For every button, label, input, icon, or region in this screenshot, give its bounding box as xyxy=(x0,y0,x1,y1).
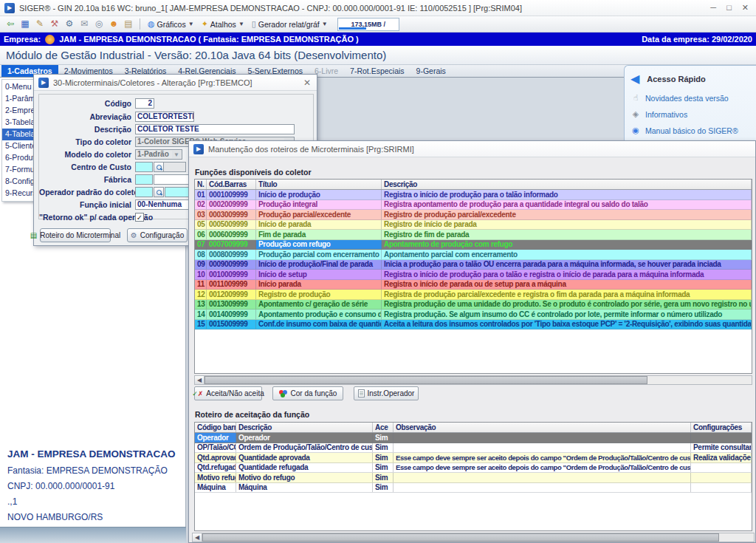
search-icon[interactable] xyxy=(154,162,164,172)
roteiros-titlebar: ▶ Manutenção dos roteiros de Microtermin… xyxy=(189,141,755,157)
function-row[interactable]: 100010009999Início de setupRegistra o in… xyxy=(195,270,752,280)
search-icon[interactable] xyxy=(154,187,164,197)
accept-row[interactable]: OP/Talão/CCOrdem de Produção/Talão/Centr… xyxy=(195,443,752,454)
function-row[interactable]: 070007009999Produção com refugoApontamen… xyxy=(195,240,752,250)
quick-link-label: Manual básico do SIGER® xyxy=(645,126,738,135)
cell-n: 11 xyxy=(195,280,207,290)
cell-cod-barras: 0003009999 xyxy=(207,210,256,219)
function-row[interactable]: 050005009999Início de paradaRegistro de … xyxy=(195,220,752,230)
column-header: Cód.Barras xyxy=(207,180,256,189)
tab-7-rot-especiais[interactable]: 7-Rot.Especiais xyxy=(344,65,410,77)
color-dots-icon xyxy=(279,390,288,397)
function-row[interactable]: 110011009999Início paradaRegistra o iníc… xyxy=(195,280,752,290)
centro-custo-label: Centro de Custo xyxy=(39,163,135,171)
cell-descricao: Aceita a leitura dos insumos controlados… xyxy=(382,320,752,329)
function-row[interactable]: 140014009999Apontamento produção e consu… xyxy=(195,310,752,320)
function-row[interactable]: 020002009999Produção integralRegistra ap… xyxy=(195,200,752,211)
accept-table: Código barrasDescriçãoAceObservaçãoConfi… xyxy=(194,422,752,531)
cell-cod-barras: 0013009999 xyxy=(207,300,256,310)
cell-n: 07 xyxy=(195,240,207,250)
calculator-icon[interactable]: ▦ xyxy=(18,18,32,30)
quick-link-informativos[interactable]: ◈Informativos xyxy=(630,109,756,119)
cell-titulo: Produção parcial com encerramento xyxy=(256,250,382,259)
function-row[interactable]: 090009009999Início de produção/Final de … xyxy=(195,260,752,270)
operador-padrao-field[interactable] xyxy=(135,187,153,197)
cell-titulo: Fim de parada xyxy=(256,230,382,239)
cell-titulo: Início de parada xyxy=(256,220,382,230)
function-row[interactable]: 060006009999Fim de paradaRegistro de fim… xyxy=(195,230,752,240)
accept-row[interactable]: MáquinaMáquinaSim xyxy=(195,483,752,494)
configuracao-button[interactable]: ⚙ Configuração xyxy=(127,228,188,242)
funcao-inicial-field[interactable]: 00-Nenhuma xyxy=(135,199,191,210)
retorno-ok-label: "Retorno ok" p/ cada operação xyxy=(39,213,135,222)
functions-hscrollbar[interactable]: ◀ xyxy=(194,375,752,385)
fabrica-field[interactable] xyxy=(135,174,153,185)
instr-operador-button[interactable]: Instr.Operador xyxy=(354,386,419,400)
scroll-left-icon[interactable]: ◀ xyxy=(193,533,202,542)
exit-icon[interactable]: ⇦ xyxy=(4,18,17,30)
tab-9-gerais[interactable]: 9-Gerais xyxy=(410,65,452,77)
close-button[interactable]: ✕ xyxy=(742,3,749,13)
retorno-ok-checkbox[interactable]: ✓ xyxy=(135,213,144,222)
cell-descricao: Operador xyxy=(236,433,373,443)
edit-icon[interactable]: ✎ xyxy=(33,18,47,30)
cell-codigo-barras: Máquina xyxy=(195,483,236,493)
window-hscrollbar[interactable]: ◀ xyxy=(192,533,755,542)
atalhos-menu[interactable]: ✦Atalhos▼ xyxy=(198,18,248,30)
modelo-coletor-value: 1-Padrão xyxy=(137,150,169,158)
gear-icon[interactable]: ⚙ xyxy=(63,18,76,30)
accept-row[interactable]: Motivo refugoMotivo do refugoSim xyxy=(195,473,752,483)
function-row[interactable]: 030003009999Produção parcial/excedenteRe… xyxy=(195,210,752,220)
abreviacao-field[interactable]: COLETORTESTE xyxy=(135,112,194,122)
cell-titulo: Produção integral xyxy=(256,200,382,210)
cell-configuracoes xyxy=(691,433,752,443)
roteiro-microterminal-button[interactable]: ▤ Roteiro do Microterminal xyxy=(40,228,111,242)
cell-ace: Sim xyxy=(373,453,394,462)
accept-row[interactable]: Qtd.refugadaQuantidade refugadaSimEsse c… xyxy=(195,463,752,474)
codigo-field[interactable]: 2 xyxy=(135,98,154,109)
column-header: N. xyxy=(195,180,207,189)
aceita-nao-aceita-button[interactable]: ✓✗ Aceita/Não aceita xyxy=(194,386,262,400)
mail-icon[interactable]: ✉ xyxy=(78,18,91,30)
function-row[interactable]: 010001009999Início de produçãoRegistra o… xyxy=(195,190,752,200)
cell-codigo-barras: Qtd.refugada xyxy=(195,463,236,473)
maximize-button[interactable]: □ xyxy=(726,3,732,13)
company-bar: Empresa: JAM - EMPRESA DEMONSTRACAO ( Fa… xyxy=(0,33,756,46)
scrollbar-thumb[interactable] xyxy=(202,533,719,542)
gerador-menu[interactable]: ▯Gerador relat/gráf▼ xyxy=(248,18,331,30)
accept-row[interactable]: Qtd.aprovadaQuantidade aprovadaSimEsse c… xyxy=(195,453,752,463)
cor-da-funcao-button[interactable]: Cor da função xyxy=(272,386,343,400)
cell-descricao: Quantidade refugada xyxy=(236,463,373,473)
modelo-coletor-select[interactable]: 1-Padrão ▼ xyxy=(135,149,182,160)
accept-row[interactable]: OperadorOperadorSim xyxy=(195,433,752,443)
users-icon[interactable]: ☻ xyxy=(107,18,120,30)
memory-indicator: 173,15MB / 896,00MB xyxy=(337,18,399,31)
scrollbar-thumb[interactable] xyxy=(205,376,647,384)
cell-ace: Sim xyxy=(373,473,394,482)
cell-descricao: Apontamento de produção com refugo xyxy=(382,240,752,250)
cell-observacao: Esse campo deve sempre ser aceito depois… xyxy=(394,453,691,462)
dialog-close-icon[interactable]: ✕ xyxy=(303,78,311,88)
left-bottom-bar xyxy=(0,527,186,543)
company-label: Empresa: xyxy=(4,35,41,44)
quick-link-manual-b-sico-do-siger-[interactable]: ◉Manual básico do SIGER® xyxy=(630,126,756,135)
function-row[interactable]: 150015009999Conf.de insumo com baixa de … xyxy=(195,320,752,330)
function-row[interactable]: 120012009999Registro de produçãoRegistra… xyxy=(195,290,752,300)
function-row[interactable]: 080008009999Produção parcial com encerra… xyxy=(195,250,752,260)
functions-table-header: N.Cód.BarrasTítuloDescrição xyxy=(195,180,752,190)
disc-icon[interactable]: ◎ xyxy=(92,18,106,30)
scroll-left-icon[interactable]: ◀ xyxy=(195,376,205,384)
cell-configuracoes xyxy=(691,473,752,482)
graficos-menu[interactable]: ◍Gráficos▼ xyxy=(144,18,198,30)
gear-icon: ⚙ xyxy=(131,231,137,239)
printer-icon[interactable]: ▤ xyxy=(122,18,135,30)
minimize-button[interactable]: ─ xyxy=(710,3,716,13)
orgchart-icon[interactable]: ⚒ xyxy=(48,18,61,30)
descricao-field[interactable]: COLETOR TESTE xyxy=(135,124,295,134)
quick-link-novidades-desta-vers-o[interactable]: ☝Novidades desta versão xyxy=(630,93,756,103)
collapse-arrow-icon[interactable]: ◀ xyxy=(630,72,639,86)
function-row[interactable]: 130013009999Apontamento c/ geração de sé… xyxy=(195,300,752,310)
cell-n: 01 xyxy=(195,190,207,199)
cell-descricao: Registro de produção parcial/excedente xyxy=(382,210,752,219)
centro-custo-field[interactable] xyxy=(135,162,153,172)
